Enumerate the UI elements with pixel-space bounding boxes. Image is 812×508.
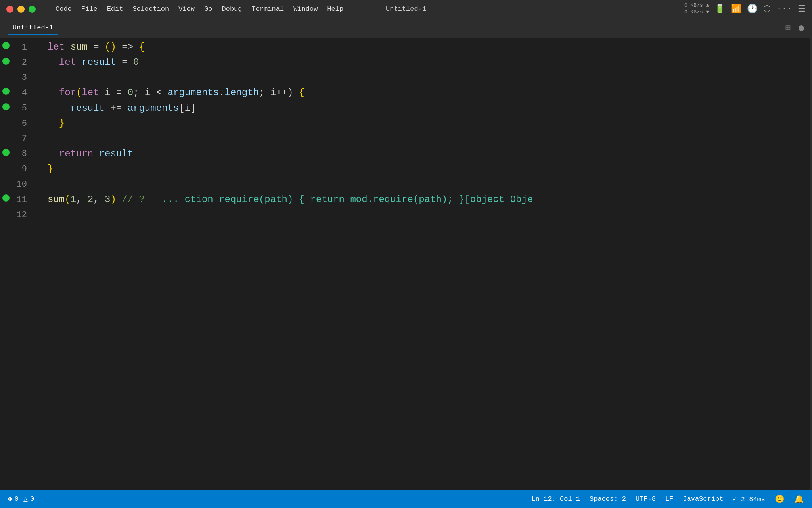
line-numbers: 123456789101112 — [12, 38, 40, 490]
token: result — [82, 55, 116, 70]
clock-icon: 🕐 — [747, 4, 758, 14]
line-number-7: 7 — [12, 131, 33, 146]
code-line-10 — [48, 177, 806, 192]
line-number-2: 2 — [12, 55, 33, 70]
timing: ✓ 2.84ms — [733, 495, 765, 503]
line-number-1: 1 — [12, 40, 33, 55]
token: => — [116, 40, 139, 55]
menu-code[interactable]: Code — [52, 4, 76, 14]
maximize-button[interactable] — [29, 6, 36, 13]
token: 0 — [128, 85, 133, 100]
menu-edit[interactable]: Edit — [103, 4, 127, 14]
token: ... — [150, 192, 184, 207]
token: ( — [105, 40, 110, 55]
menu-selection[interactable]: Selection — [128, 4, 173, 14]
token: { — [299, 85, 304, 100]
tab-bar: Untitled-1 ⊞ — [0, 18, 812, 38]
smiley-icon[interactable]: 🙂 — [775, 494, 785, 504]
minimize-button[interactable] — [17, 6, 25, 13]
editor: 123456789101112 let sum = () => { let re… — [0, 38, 812, 490]
token: ) — [110, 40, 116, 55]
token: = — [116, 55, 133, 70]
token: ; i < — [133, 85, 167, 100]
code-line-5: result += arguments[i] — [48, 101, 806, 116]
warning-icon: △ — [23, 495, 28, 503]
bell-icon[interactable]: 🔔 — [794, 494, 804, 504]
token: 1 — [71, 192, 76, 207]
line-number-8: 8 — [12, 146, 33, 162]
breakpoint-9[interactable] — [0, 160, 12, 175]
scrollbar-track — [810, 38, 812, 490]
token: ( — [65, 192, 70, 207]
editor-tab[interactable]: Untitled-1 — [8, 21, 58, 35]
menu-file[interactable]: File — [77, 4, 102, 14]
breakpoint-8[interactable] — [0, 145, 12, 160]
breakpoint-10[interactable] — [0, 175, 12, 190]
status-bar: ⊗ 0 △ 0 Ln 12, Col 1 Spaces: 2 UTF-8 LF … — [0, 490, 812, 508]
code-line-3 — [48, 70, 806, 85]
token: result — [99, 146, 133, 162]
line-number-6: 6 — [12, 116, 33, 131]
token — [93, 146, 99, 162]
breakpoint-4[interactable] — [0, 84, 12, 99]
token: for — [48, 85, 76, 100]
token: sum — [48, 192, 65, 207]
breakpoint-5[interactable] — [0, 99, 12, 114]
errors-indicator[interactable]: ⊗ 0 △ 0 — [8, 495, 34, 503]
breakpoint-1[interactable] — [0, 38, 12, 53]
encoding[interactable]: UTF-8 — [636, 495, 656, 503]
token: let — [48, 55, 76, 70]
status-right: Ln 12, Col 1 Spaces: 2 UTF-8 LF JavaScri… — [532, 494, 804, 504]
menu-debug[interactable]: Debug — [218, 4, 246, 14]
code-line-6: } — [48, 116, 806, 131]
indentation[interactable]: Spaces: 2 — [590, 495, 626, 503]
token: let — [82, 85, 99, 100]
list-icon[interactable]: ☰ — [798, 4, 806, 14]
code-line-4: for(let i = 0; i < arguments.length; i++… — [48, 85, 806, 100]
breakpoint-12[interactable] — [0, 206, 12, 221]
menu-help[interactable]: Help — [323, 4, 347, 14]
token: let — [48, 40, 65, 55]
breakpoint-2[interactable] — [0, 53, 12, 68]
apple-menu[interactable] — [40, 8, 48, 11]
token: 3 — [105, 192, 110, 207]
line-number-5: 5 — [12, 101, 33, 116]
token: [i] — [179, 101, 196, 116]
menu-view[interactable]: View — [174, 4, 199, 14]
dot-indicator — [799, 25, 804, 31]
token: sum — [71, 40, 88, 55]
language-mode[interactable]: JavaScript — [683, 495, 723, 503]
code-line-11: sum(1, 2, 3) // ? ... ction require(path… — [48, 192, 806, 207]
token: length — [225, 85, 259, 100]
window-title: Untitled-1 — [386, 5, 426, 13]
wifi-icon: 📶 — [731, 4, 741, 14]
menu-go[interactable]: Go — [200, 4, 216, 14]
breakpoint-3[interactable] — [0, 69, 12, 84]
token: ( — [76, 85, 82, 100]
breakpoint-7[interactable] — [0, 129, 12, 144]
token: 2 — [88, 192, 93, 207]
token: ction require(path) { return mod.require… — [185, 192, 533, 207]
menu-window[interactable]: Window — [289, 4, 322, 14]
token: } — [48, 162, 53, 177]
breakpoint-6[interactable] — [0, 114, 12, 129]
breakpoint-dot-11 — [2, 194, 10, 202]
code-content[interactable]: let sum = () => { let result = 0 for(let… — [40, 38, 806, 490]
menu-terminal[interactable]: Terminal — [248, 4, 288, 14]
status-left: ⊗ 0 △ 0 — [8, 495, 34, 503]
battery-icon: 🔋 — [714, 4, 725, 14]
cursor-position[interactable]: Ln 12, Col 1 — [532, 495, 580, 503]
scrollbar[interactable] — [806, 38, 812, 490]
error-icon: ⊗ — [8, 495, 12, 503]
titlebar-right: 0 KB/s ▲0 KB/s ▼ 🔋 📶 🕐 ⬡ ··· ☰ — [684, 2, 806, 16]
breakpoint-column — [0, 38, 12, 490]
close-button[interactable] — [6, 6, 13, 13]
error-count: 0 — [15, 495, 19, 503]
token: ) — [110, 192, 116, 207]
eol[interactable]: LF — [665, 495, 673, 503]
more-icon[interactable]: ··· — [776, 4, 792, 14]
token: ; i++) — [259, 85, 299, 100]
split-editor-icon[interactable]: ⊞ — [785, 23, 791, 33]
breakpoint-11[interactable] — [0, 190, 12, 206]
token: } — [48, 116, 65, 131]
